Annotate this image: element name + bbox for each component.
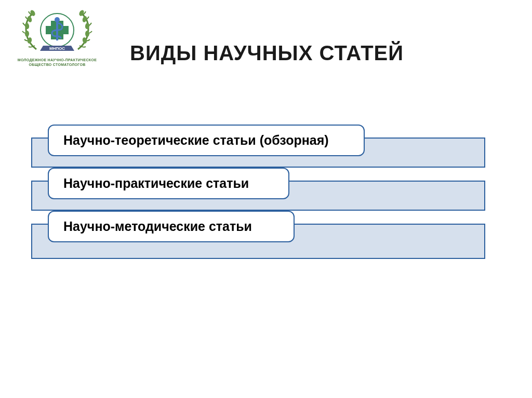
items-list: Научно-теоретические статьи (обзорная) Н… xyxy=(31,125,485,254)
item-label-box: Научно-практические статьи xyxy=(48,168,289,199)
list-item: Научно-практические статьи xyxy=(31,168,485,199)
svg-point-3 xyxy=(25,31,29,37)
logo-container: МНПОС МОЛОДЕЖНОЕ НАУЧНО-ПРАКТИЧЕСКОЕ ОБЩ… xyxy=(5,5,109,66)
item-label: Научно-теоретические статьи (обзорная) xyxy=(63,133,329,147)
logo-emblem: МНПОС xyxy=(18,5,96,57)
list-item: Научно-методические статьи xyxy=(31,211,485,242)
item-label-box: Научно-методические статьи xyxy=(48,211,295,242)
item-label: Научно-методические статьи xyxy=(63,219,252,234)
logo-banner-text: МНПОС xyxy=(49,46,65,51)
page-title: ВИДЫ НАУЧНЫХ СТАТЕЙ xyxy=(130,42,404,65)
org-name-line1: МОЛОДЕЖНОЕ НАУЧНО-ПРАКТИЧЕСКОЕ xyxy=(5,58,109,62)
list-item: Научно-теоретические статьи (обзорная) xyxy=(31,125,485,156)
org-name-line2: ОБЩЕСТВО СТОМАТОЛОГОВ xyxy=(5,63,109,66)
item-label: Научно-практические статьи xyxy=(63,176,249,190)
item-label-box: Научно-теоретические статьи (обзорная) xyxy=(48,125,365,156)
svg-point-8 xyxy=(85,31,89,37)
